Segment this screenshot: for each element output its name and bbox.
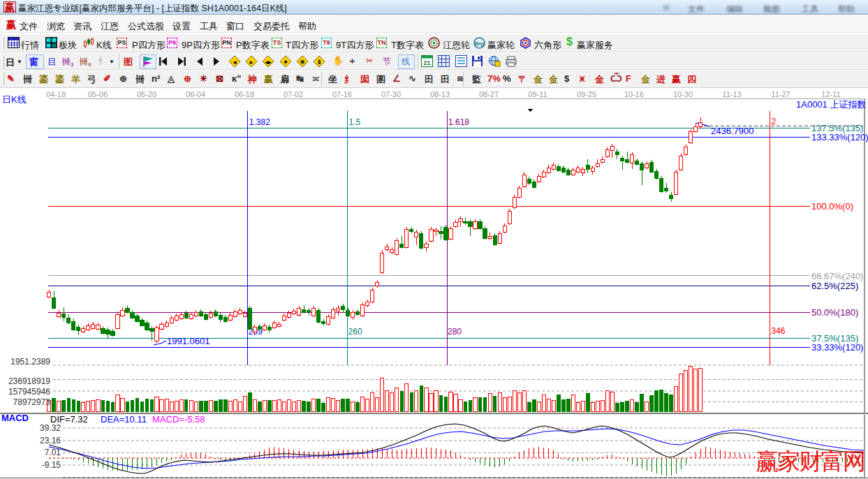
svg-text:09-11: 09-11	[528, 90, 547, 98]
svg-text:07-30: 07-30	[381, 90, 401, 98]
svg-text:✳: ✳	[300, 59, 305, 66]
svg-text:Big: Big	[475, 40, 484, 47]
svg-text:236918919: 236918919	[8, 376, 50, 386]
svg-text:23.16: 23.16	[40, 436, 61, 445]
svg-text:07-16: 07-16	[332, 90, 352, 98]
svg-text:05-06: 05-06	[88, 90, 108, 98]
svg-text:62.5%(225): 62.5%(225)	[811, 281, 858, 291]
svg-text:05-20: 05-20	[137, 90, 156, 98]
svg-text:11-13: 11-13	[722, 90, 741, 98]
svg-text:1991.0601: 1991.0601	[167, 336, 209, 346]
svg-text:日K线: 日K线	[2, 94, 27, 105]
svg-text:09-25: 09-25	[577, 90, 596, 98]
svg-text:10-30: 10-30	[673, 90, 693, 98]
svg-text:21: 21	[423, 59, 430, 66]
svg-text:MACD=-5.58: MACD=-5.58	[152, 414, 205, 425]
svg-text:08-27: 08-27	[479, 90, 499, 98]
svg-text:06-18: 06-18	[235, 90, 254, 98]
svg-text:MACD: MACD	[1, 413, 29, 423]
svg-text:12-11: 12-11	[821, 90, 840, 98]
svg-text:▸: ▸	[249, 59, 253, 66]
svg-text:04-18: 04-18	[46, 90, 66, 98]
svg-text:06-04: 06-04	[186, 90, 205, 98]
svg-text:1.5: 1.5	[349, 117, 361, 127]
svg-text:66.67%(240): 66.67%(240)	[811, 271, 863, 281]
svg-text:◂: ◂	[233, 59, 237, 66]
svg-text:50.0%(180): 50.0%(180)	[811, 307, 858, 318]
svg-text:1951.2389: 1951.2389	[10, 357, 50, 367]
svg-text:346: 346	[772, 326, 786, 336]
svg-text:133.33%(120): 133.33%(120)	[811, 132, 868, 142]
svg-text:1.382: 1.382	[249, 117, 270, 127]
svg-text:-9.15: -9.15	[42, 460, 61, 470]
svg-text:10-16: 10-16	[624, 90, 644, 98]
svg-text:260: 260	[348, 327, 362, 337]
svg-text:07-02: 07-02	[284, 90, 303, 98]
svg-text:◂▸: ◂▸	[264, 59, 272, 66]
svg-text:1A0001 上证指数: 1A0001 上证指数	[796, 99, 866, 110]
svg-text:1.618: 1.618	[448, 117, 469, 127]
svg-text:2436.7900: 2436.7900	[711, 126, 753, 136]
svg-text:⇕: ⇕	[316, 59, 322, 66]
svg-text:08-13: 08-13	[430, 90, 450, 98]
svg-text:100.0%(0): 100.0%(0)	[811, 201, 853, 212]
svg-text:78972973: 78972973	[13, 397, 51, 407]
svg-text:157945946: 157945946	[8, 387, 50, 397]
svg-text:11-27: 11-27	[771, 90, 790, 98]
svg-text:✦: ✦	[283, 59, 288, 66]
svg-text:DEA=10.11: DEA=10.11	[101, 414, 147, 425]
svg-text:33.33%(120): 33.33%(120)	[811, 342, 863, 353]
svg-text:2: 2	[772, 117, 777, 126]
svg-text:39.32: 39.32	[40, 423, 61, 433]
svg-text:7.01: 7.01	[45, 448, 61, 457]
svg-text:280: 280	[448, 327, 462, 337]
svg-text:赢家财富网: 赢家财富网	[756, 448, 866, 474]
